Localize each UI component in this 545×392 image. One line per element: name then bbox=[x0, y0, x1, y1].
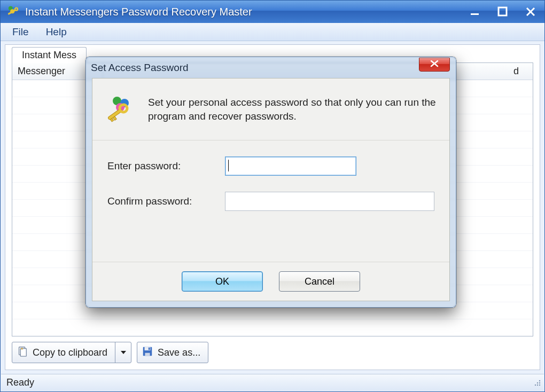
confirm-password-input[interactable] bbox=[225, 192, 434, 211]
menubar: File Help bbox=[1, 23, 544, 41]
svg-rect-16 bbox=[149, 347, 150, 350]
window-controls bbox=[461, 1, 544, 23]
dialog-header-area: Set your personal access password so tha… bbox=[92, 79, 449, 140]
statusbar: Ready bbox=[1, 374, 544, 391]
status-text: Ready bbox=[6, 377, 34, 388]
enter-password-row: Enter password: bbox=[107, 156, 434, 176]
svg-marker-12 bbox=[121, 351, 126, 354]
save-as-button[interactable]: Save as... bbox=[137, 342, 208, 363]
svg-rect-6 bbox=[499, 7, 507, 15]
close-button[interactable] bbox=[517, 1, 544, 23]
enter-password-label: Enter password: bbox=[107, 160, 225, 172]
menu-file[interactable]: File bbox=[4, 24, 37, 40]
dialog-titlebar[interactable]: Set Access Password bbox=[91, 60, 451, 76]
key-people-icon bbox=[105, 95, 135, 124]
copy-label: Copy to clipboard bbox=[33, 347, 107, 358]
maximize-button[interactable] bbox=[489, 1, 517, 23]
close-icon bbox=[430, 60, 439, 69]
ok-button[interactable]: OK bbox=[182, 271, 263, 292]
dialog-form: Enter password: Confirm password: bbox=[92, 140, 449, 262]
main-window-title: Instant Messengers Password Recovery Mas… bbox=[25, 6, 252, 18]
svg-point-20 bbox=[535, 385, 536, 386]
menu-help[interactable]: Help bbox=[37, 24, 75, 40]
copy-icon bbox=[17, 346, 28, 360]
copy-to-clipboard-button[interactable]: Copy to clipboard bbox=[12, 342, 131, 363]
bottom-toolbar: Copy to clipboard bbox=[12, 342, 533, 363]
dialog-title: Set Access Password bbox=[91, 62, 189, 74]
text-caret bbox=[228, 160, 229, 171]
svg-point-22 bbox=[539, 385, 540, 386]
svg-rect-31 bbox=[113, 116, 116, 120]
svg-point-17 bbox=[539, 380, 540, 381]
svg-point-18 bbox=[537, 382, 538, 383]
tab-strip: Instant Mess bbox=[12, 47, 86, 63]
dialog-body: Set your personal access password so tha… bbox=[92, 78, 450, 301]
enter-password-input[interactable] bbox=[225, 156, 356, 176]
svg-point-19 bbox=[539, 382, 540, 383]
tab-instant-messengers[interactable]: Instant Mess bbox=[12, 47, 87, 63]
chevron-down-icon bbox=[120, 347, 127, 358]
svg-rect-5 bbox=[471, 13, 479, 15]
svg-rect-15 bbox=[145, 352, 150, 356]
app-key-people-icon bbox=[6, 5, 20, 19]
confirm-password-label: Confirm password: bbox=[107, 195, 225, 207]
dialog-button-row: OK Cancel bbox=[92, 262, 449, 301]
save-label: Save as... bbox=[158, 347, 200, 358]
svg-point-21 bbox=[537, 385, 538, 386]
main-titlebar[interactable]: Instant Messengers Password Recovery Mas… bbox=[1, 1, 544, 23]
floppy-disk-icon bbox=[142, 346, 153, 360]
svg-rect-11 bbox=[21, 348, 23, 349]
svg-rect-10 bbox=[20, 348, 26, 356]
dialog-description: Set your personal access password so tha… bbox=[148, 96, 437, 123]
cancel-button[interactable]: Cancel bbox=[279, 271, 360, 292]
resize-grip-icon[interactable] bbox=[532, 378, 542, 390]
minimize-button[interactable] bbox=[461, 1, 489, 23]
confirm-password-row: Confirm password: bbox=[107, 192, 434, 211]
dialog-close-button[interactable] bbox=[419, 58, 450, 72]
copy-dropdown-button[interactable] bbox=[115, 342, 131, 363]
set-access-password-dialog: Set Access Password bbox=[85, 57, 456, 308]
